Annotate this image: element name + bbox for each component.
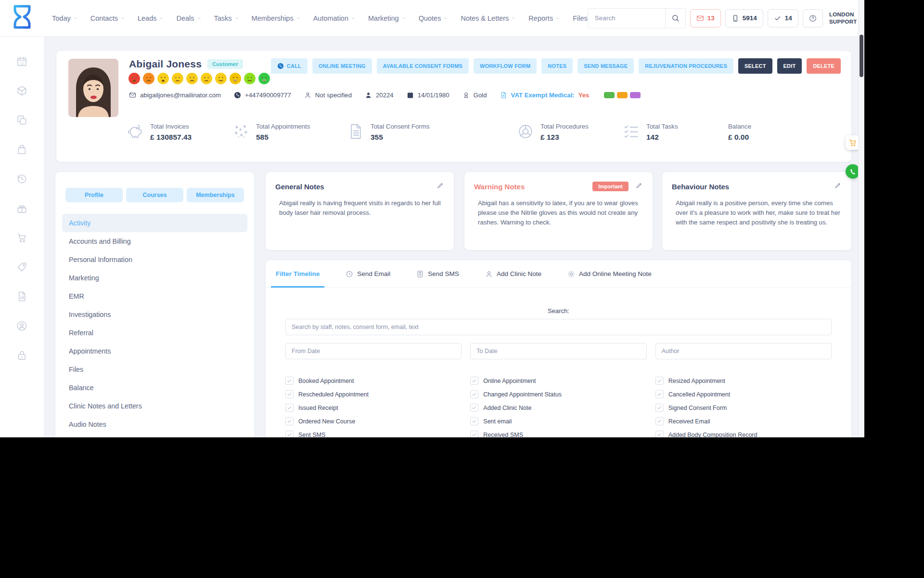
mood-emoji-5[interactable] — [186, 72, 198, 85]
rail-report-button[interactable] — [16, 291, 27, 304]
nav-today[interactable]: Today — [52, 14, 78, 22]
checkbox[interactable] — [470, 431, 478, 437]
label-pill[interactable] — [604, 92, 615, 98]
scrollbar[interactable] — [858, 0, 864, 437]
notes-button[interactable]: NOTES — [541, 58, 573, 74]
rail-lock-button[interactable] — [16, 350, 27, 363]
sidebar-item-clinic-notes-and-letters[interactable]: Clinic Notes and Letters — [62, 397, 247, 415]
mood-emoji-8[interactable] — [229, 72, 242, 85]
checkbox[interactable] — [655, 431, 664, 437]
nav-leads[interactable]: Leads — [138, 14, 164, 22]
rail-tag-button[interactable] — [16, 262, 27, 275]
timeline-tab-send-sms[interactable]: Send SMS — [411, 260, 464, 288]
nav-automation[interactable]: Automation — [313, 14, 356, 22]
global-search-input[interactable] — [588, 9, 665, 28]
mood-emoji-7[interactable] — [215, 72, 227, 85]
sidebar-item-appointments[interactable]: Appointments — [62, 342, 247, 360]
sidebar-tab-profile[interactable]: Profile — [65, 188, 123, 202]
delete-button[interactable]: DELETE — [807, 58, 841, 74]
available-consent-forms-button[interactable]: AVAILABLE CONSENT FORMS — [377, 58, 469, 74]
filter-author-input[interactable] — [655, 343, 832, 359]
nav-reports[interactable]: Reports — [528, 14, 560, 22]
sidebar-item-activity[interactable]: Activity — [62, 214, 247, 232]
checkbox[interactable] — [285, 417, 294, 425]
label-pill[interactable] — [630, 92, 641, 98]
checkbox[interactable] — [655, 377, 664, 385]
call-button[interactable]: CALL — [271, 58, 308, 74]
label-pill[interactable] — [617, 92, 628, 98]
inbox-badge[interactable]: 13 — [690, 9, 721, 27]
sidebar-item-emr[interactable]: EMR — [62, 287, 247, 305]
sidebar-item-personal-information[interactable]: Personal Information — [62, 250, 247, 269]
edit-note-button[interactable] — [635, 182, 643, 191]
select-button[interactable]: SELECT — [738, 58, 772, 74]
checkbox[interactable] — [285, 431, 294, 437]
sidebar-item-files[interactable]: Files — [62, 360, 247, 379]
checkbox[interactable] — [655, 417, 664, 425]
mood-emoji-1[interactable] — [128, 72, 141, 85]
sidebar-item-balance[interactable]: Balance — [62, 379, 247, 397]
mood-emoji-9[interactable] — [244, 72, 256, 85]
sms-badge[interactable]: 5914 — [725, 9, 763, 27]
nav-files[interactable]: Files — [573, 14, 588, 22]
checkbox[interactable] — [470, 377, 478, 385]
nav-contacts[interactable]: Contacts — [90, 14, 125, 22]
nav-notes-letters[interactable]: Notes & Letters — [461, 14, 516, 22]
search-button[interactable] — [665, 9, 685, 28]
checkbox[interactable] — [285, 377, 294, 385]
sidebar-item-investigations[interactable]: Investigations — [62, 305, 247, 324]
sidebar-tab-courses[interactable]: Courses — [126, 188, 183, 202]
donut-icon — [517, 123, 534, 140]
nav-quotes[interactable]: Quotes — [419, 14, 449, 22]
checkbox[interactable] — [285, 390, 294, 398]
nav-tasks[interactable]: Tasks — [214, 14, 239, 22]
nav-memberships[interactable]: Memberships — [252, 14, 301, 22]
nav-marketing[interactable]: Marketing — [368, 14, 406, 22]
rail-gift-button[interactable] — [16, 203, 27, 216]
checkbox[interactable] — [470, 417, 478, 425]
timeline-search-input[interactable] — [285, 319, 832, 335]
rail-calendar-button[interactable]: 12 — [16, 56, 27, 69]
timeline-tab-add-clinic-note[interactable]: Add Clinic Note — [480, 260, 546, 288]
sidebar-tab-memberships[interactable]: Memberships — [187, 188, 244, 202]
edit-note-button[interactable] — [436, 182, 444, 191]
rail-package-button[interactable] — [16, 85, 27, 98]
tasks-badge[interactable]: 14 — [768, 9, 798, 27]
rail-history-button[interactable] — [16, 173, 27, 186]
workflow-form-button[interactable]: WORKFLOW FORM — [474, 58, 537, 74]
rail-copy-button[interactable] — [16, 115, 27, 128]
timeline-tab-filter-timeline[interactable]: Filter Timeline — [271, 260, 324, 288]
edit-button[interactable]: EDIT — [777, 58, 802, 74]
sidebar-item-accounts-and-billing[interactable]: Accounts and Billing — [62, 232, 247, 250]
checkbox[interactable] — [470, 390, 478, 398]
rail-shopping-bag-button[interactable] — [16, 144, 27, 157]
rail-cart-button[interactable] — [16, 232, 27, 245]
mood-emoji-10[interactable] — [258, 72, 270, 85]
rail-user-circle-button[interactable] — [16, 320, 27, 333]
filter-to-date-input[interactable] — [470, 343, 646, 359]
timeline-tab-add-online-meeting-note[interactable]: Add Online Meeting Note — [563, 260, 656, 288]
mood-emoji-2[interactable] — [142, 72, 155, 85]
mood-emoji-6[interactable] — [200, 72, 213, 85]
checkbox[interactable] — [655, 390, 664, 398]
sidebar-item-marketing[interactable]: Marketing — [62, 269, 247, 287]
profile-photo[interactable] — [68, 59, 118, 117]
rejuvenation-procedures-button[interactable]: REJUVENATION PROCEDURES — [639, 58, 733, 74]
edit-note-button[interactable] — [834, 182, 842, 191]
send-message-button[interactable]: SEND MESSAGE — [578, 58, 634, 74]
timeline-tab-send-email[interactable]: Send Email — [341, 260, 395, 288]
checkbox[interactable] — [470, 404, 478, 412]
filter-from-date-input[interactable] — [285, 343, 462, 359]
sidebar-item-audio-notes[interactable]: Audio Notes — [62, 415, 247, 434]
mood-emoji-4[interactable] — [171, 72, 184, 85]
scrollbar-thumb[interactable] — [860, 35, 863, 77]
filter-option-sent-email: Sent email — [470, 418, 646, 425]
online-meeting-button[interactable]: ONLINE MEETING — [312, 58, 372, 74]
help-button[interactable] — [803, 9, 823, 27]
checkbox[interactable] — [655, 404, 664, 412]
nav-deals[interactable]: Deals — [176, 14, 201, 22]
sidebar-item-referral[interactable]: Referral — [62, 324, 247, 342]
app-logo[interactable] — [12, 5, 33, 32]
checkbox[interactable] — [285, 404, 294, 412]
mood-emoji-3[interactable] — [157, 72, 169, 85]
